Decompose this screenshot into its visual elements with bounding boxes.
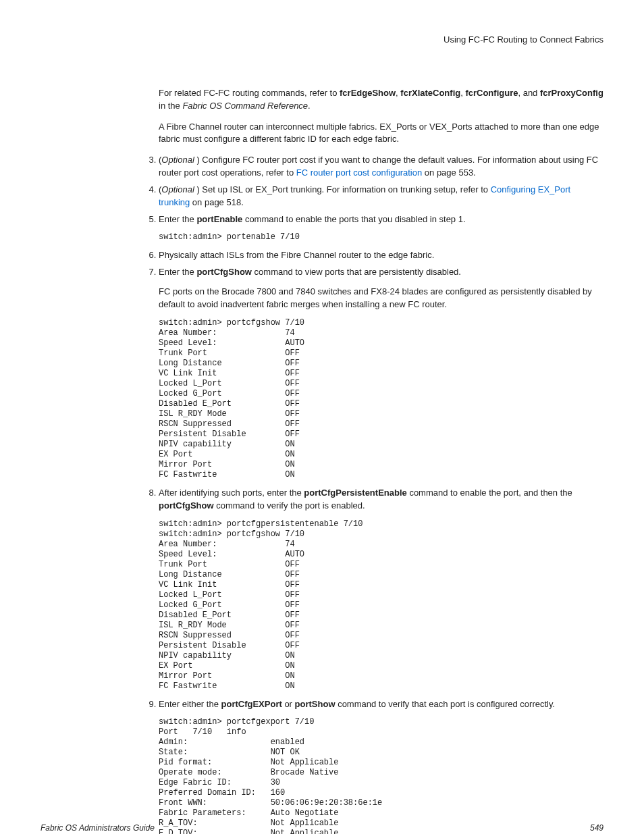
cmd: portCfgPersistentEnable (304, 488, 406, 498)
text: ) Set up ISL or EX_Port trunking. For in… (196, 184, 490, 194)
step-list: (Optional ) Configure FC router port cos… (148, 154, 603, 834)
code-block-portcfgexport: switch:admin> portcfgexport 7/10 Port 7/… (159, 717, 603, 834)
cmd: portCfgEXPort (221, 699, 282, 709)
cmd: fcrProxyConfig (540, 88, 603, 98)
step-7: Enter the portCfgShow command to view po… (159, 266, 603, 480)
text: For related FC-FC routing commands, refe… (159, 88, 340, 98)
step-5: Enter the portEnable command to enable t… (159, 213, 603, 243)
step-3: (Optional ) Configure FC router port cos… (159, 154, 603, 180)
cmd: portShow (295, 699, 336, 709)
text: , and (518, 88, 540, 98)
text: Enter either the (159, 699, 221, 709)
step-6: Physically attach ISLs from the Fibre Ch… (159, 249, 603, 262)
text: . (308, 101, 311, 111)
optional-label: Optional (161, 155, 196, 165)
link-fc-router-port-cost[interactable]: FC router port cost configuration (296, 167, 422, 178)
reference: Fabric OS Command Reference (182, 101, 308, 111)
content-body: For related FC-FC routing commands, refe… (159, 87, 603, 834)
page-footer: Fabric OS Administrators Guide 53-100313… (41, 823, 603, 834)
cmd: fcrXlateConfig (400, 88, 460, 98)
step-4: (Optional ) Set up ISL or EX_Port trunki… (159, 184, 603, 209)
text: command to enable the ports that you dis… (242, 214, 465, 224)
text: in the (159, 101, 182, 111)
intro-paragraph-1: For related FC-FC routing commands, refe… (159, 87, 603, 113)
page-header: Using FC-FC Routing to Connect Fabrics (41, 34, 603, 47)
text: After identifying such ports, enter the (159, 488, 304, 498)
text: or (282, 699, 295, 709)
text: on page 518. (190, 197, 244, 207)
cmd: portCfgShow (159, 500, 214, 511)
text: command to verify that each port is conf… (336, 699, 556, 709)
text: command to enable the port, and then the (407, 488, 572, 498)
code-block-persistentenable: switch:admin> portcfgpersistentenable 7/… (159, 519, 603, 692)
footer-guide-title: Fabric OS Administrators Guide (41, 823, 155, 834)
text: Enter the (159, 214, 196, 224)
step-9: Enter either the portCfgEXPort or portSh… (159, 698, 603, 835)
text: command to verify the port is enabled. (214, 500, 365, 511)
footer-left: Fabric OS Administrators Guide 53-100313… (41, 823, 155, 834)
text: command to view ports that are persisten… (252, 267, 461, 277)
footer-page-number: 549 (590, 823, 603, 834)
cmd: portCfgShow (196, 267, 252, 277)
text: Enter the (159, 267, 196, 277)
step-7-note: FC ports on the Brocade 7800 and 7840 sw… (159, 286, 603, 311)
intro-paragraph-2: A Fibre Channel router can interconnect … (159, 121, 603, 147)
text: on page 553. (422, 167, 476, 178)
cmd: fcrEdgeShow (340, 88, 396, 98)
code-block-portcfgshow: switch:admin> portcfgshow 7/10 Area Numb… (159, 318, 603, 480)
code-block-portenable: switch:admin> portenable 7/10 (159, 232, 603, 242)
cmd: fcrConfigure (465, 88, 518, 98)
step-8: After identifying such ports, enter the … (159, 487, 603, 692)
optional-label: Optional (161, 184, 196, 194)
cmd: portEnable (196, 214, 242, 224)
